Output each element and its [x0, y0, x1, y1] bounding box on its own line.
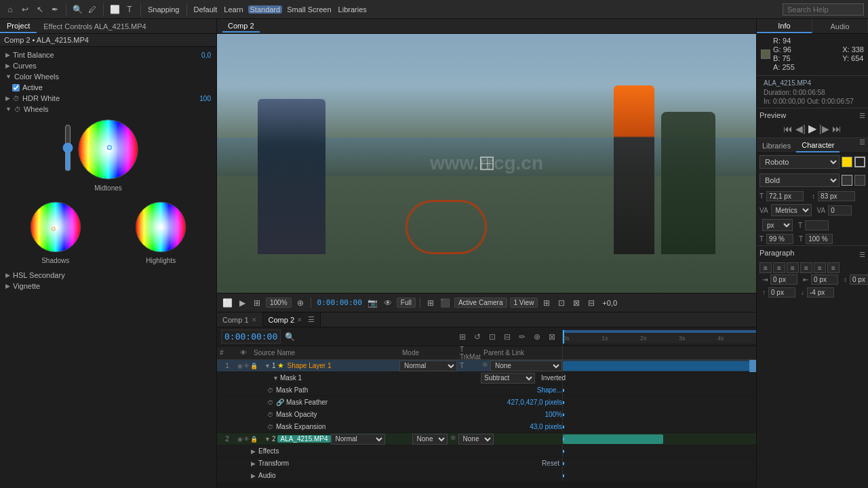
layer-1-vis[interactable]: 👁 [243, 363, 250, 369]
prev-step-fwd-btn[interactable]: |▶ [819, 123, 829, 134]
timeline-tab-comp1[interactable]: Comp 1 ✕ [217, 312, 263, 327]
home-icon[interactable]: ⌂ [4, 3, 16, 16]
view-control[interactable]: 1 View [510, 298, 538, 308]
layer-1-solo[interactable]: ◉ [237, 363, 243, 369]
midtones-wheel[interactable] [76, 117, 140, 182]
stroke-color-btn[interactable] [854, 157, 865, 167]
space-before-input[interactable] [768, 287, 795, 298]
comp2-menu-icon[interactable]: ☰ [308, 315, 315, 324]
indent-right-input[interactable] [811, 274, 838, 285]
comp-tab-comp2[interactable]: Comp 2 [222, 20, 260, 33]
active-checkbox[interactable] [12, 84, 20, 92]
mask-feather-value[interactable]: 427,0,427,0 pixels [507, 399, 562, 406]
layer-2-row[interactable]: 2 ◉ 👁 🔒 ▼ 2 ALA_4215.MP4 Normal [217, 433, 756, 445]
scale-h-input[interactable] [766, 234, 793, 244]
brush-icon[interactable]: 🖊 [86, 3, 98, 16]
tab-effect-controls[interactable]: Effect Controls ALA_4215.MP4 [37, 19, 153, 33]
zoom-icon[interactable]: 🔍 [71, 3, 83, 16]
font-family-select[interactable]: Roboto [760, 155, 840, 169]
swatch3[interactable] [854, 175, 865, 186]
baseline-input[interactable] [805, 220, 829, 230]
default-btn[interactable]: Default [192, 5, 220, 14]
effects-row[interactable]: ▶ Effects [217, 445, 756, 458]
shape-icon[interactable]: ⬜ [108, 3, 121, 16]
magnify-icon[interactable]: ⊕ [294, 297, 307, 309]
indent-left-input[interactable] [770, 274, 797, 285]
tsume-input[interactable] [828, 205, 852, 216]
char-tab-libraries[interactable]: Libraries [757, 138, 796, 152]
align-center-btn[interactable]: ≡ [773, 262, 785, 273]
layer-1-row[interactable]: 1 ◉ 👁 🔒 ▼ 1 ★ Shape Layer 1 Normal [217, 360, 756, 372]
font-size-input[interactable] [766, 191, 804, 201]
mask-expansion-value[interactable]: 43,0 pixels [530, 423, 562, 430]
show-icon[interactable]: 👁 [382, 297, 394, 309]
mask-1-mode[interactable]: Subtract [481, 373, 538, 384]
align-left-btn[interactable]: ≡ [760, 262, 772, 273]
para-menu[interactable]: ☰ [859, 251, 865, 258]
align-last-left-btn[interactable]: ≡ [814, 262, 826, 273]
back-icon[interactable]: ↩ [19, 3, 31, 16]
layer-2-mode-select[interactable]: Normal [331, 434, 385, 445]
layer-1-bar-end[interactable] [749, 360, 756, 372]
shadows-wheel[interactable] [28, 200, 83, 254]
wheels-row[interactable]: ▼ ⏱ Wheels [3, 104, 214, 115]
playhead[interactable] [563, 330, 564, 344]
tab1-close[interactable]: ✕ [252, 317, 257, 323]
audio-expand-arrow[interactable]: ▶ [251, 472, 256, 479]
tl-icon7[interactable]: ⊠ [546, 331, 558, 343]
curves-row[interactable]: ▶ Curves [3, 60, 214, 71]
transparency-icon[interactable]: ⬛ [439, 297, 452, 309]
prev-play-btn[interactable]: ▶ [808, 122, 816, 135]
layer-2-parent-select[interactable]: None [458, 434, 494, 445]
tl-icon3[interactable]: ⊡ [486, 331, 498, 343]
layer-1-parent-select[interactable]: None [490, 361, 562, 371]
align-right-btn[interactable]: ≡ [787, 262, 799, 273]
char-tab-character[interactable]: Character [796, 138, 840, 152]
mask-opacity-value[interactable]: 100% [545, 411, 562, 418]
libraries-btn[interactable]: Libraries [336, 5, 369, 14]
transform-expand-arrow[interactable]: ▶ [251, 460, 256, 467]
tl-icon1[interactable]: ⊞ [456, 331, 469, 343]
snapshot-icon[interactable]: 📷 [367, 297, 379, 309]
mask-expand[interactable]: ▼ [273, 375, 279, 382]
layer-1-mode[interactable]: Normal [399, 361, 457, 371]
mask-path-value[interactable]: Shape... [537, 386, 562, 394]
pen-icon[interactable]: ✒ [49, 3, 61, 16]
kerning-select[interactable]: Metrics [771, 204, 812, 216]
viewer-render-icon[interactable]: ⬜ [221, 297, 233, 309]
audio-row[interactable]: ▶ Audio [217, 470, 756, 482]
fill-color-btn[interactable] [842, 157, 852, 167]
layer-1-mode-select[interactable]: Normal [399, 361, 457, 371]
prev-last-btn[interactable]: ⏭ [832, 123, 842, 134]
tl-icon2[interactable]: ↺ [471, 331, 484, 343]
comp-icons2[interactable]: ⊡ [555, 297, 568, 309]
vignette-row[interactable]: ▶ Vignette [3, 281, 214, 291]
hsl-secondary-row[interactable]: ▶ HSL Secondary [3, 270, 214, 281]
text-icon[interactable]: T [123, 3, 136, 16]
char-menu-icon[interactable]: ☰ [856, 138, 868, 152]
layer-1-lock[interactable]: 🔒 [250, 363, 258, 369]
indent-top-input[interactable] [850, 274, 868, 285]
align-justify-btn[interactable]: ≡ [800, 262, 812, 273]
camera-control[interactable]: Active Camera [454, 298, 507, 308]
prev-first-btn[interactable]: ⏮ [783, 123, 793, 134]
scale-v-input[interactable] [806, 234, 833, 244]
layer-2-expand[interactable]: ▼ [264, 436, 271, 443]
viewer-preview-icon[interactable]: ▶ [236, 297, 248, 309]
swatch2[interactable] [842, 175, 852, 186]
leading-input[interactable] [818, 191, 855, 201]
layer-2-name-badge[interactable]: ALA_4215.MP4 [277, 435, 330, 443]
layer-1-expand[interactable]: ▼ [264, 363, 271, 369]
standard-btn[interactable]: Standard [248, 5, 283, 14]
zoom-control[interactable]: 100% [266, 298, 292, 308]
small-screen-btn[interactable]: Small Screen [285, 5, 333, 14]
hdr-white-row[interactable]: ▶ ⏱ HDR White 100 [3, 93, 214, 104]
space-after-input[interactable] [807, 287, 834, 298]
tl-icon4[interactable]: ⊟ [501, 331, 513, 343]
layer-2-mode[interactable]: Normal [331, 434, 389, 445]
color-wheels-row[interactable]: ▼ Color Wheels [3, 71, 214, 82]
tab2-close[interactable]: ✕ [297, 317, 302, 323]
tl-icon6[interactable]: ⊕ [531, 331, 543, 343]
midtones-brightness-slider[interactable] [62, 124, 73, 171]
mask-1-mode-select[interactable]: Subtract [481, 373, 535, 384]
